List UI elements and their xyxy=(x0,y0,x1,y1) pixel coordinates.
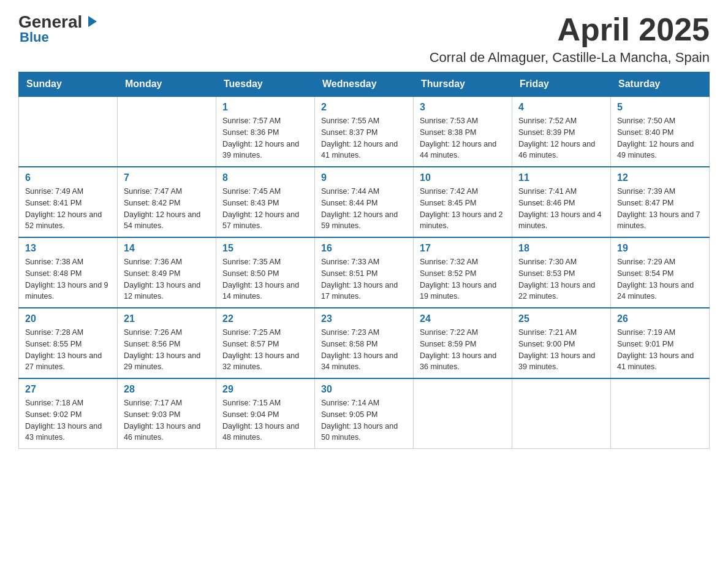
calendar-cell: 14Sunrise: 7:36 AMSunset: 8:49 PMDayligh… xyxy=(118,237,216,308)
cell-sun-info: Sunrise: 7:41 AMSunset: 8:46 PMDaylight:… xyxy=(518,186,604,232)
calendar-cell: 12Sunrise: 7:39 AMSunset: 8:47 PMDayligh… xyxy=(611,167,710,237)
cell-sun-info: Sunrise: 7:53 AMSunset: 8:38 PMDaylight:… xyxy=(420,115,506,161)
day-number: 2 xyxy=(321,102,407,113)
day-number: 19 xyxy=(617,243,703,254)
cell-sun-info: Sunrise: 7:30 AMSunset: 8:53 PMDaylight:… xyxy=(518,256,604,302)
cell-sun-info: Sunrise: 7:49 AMSunset: 8:41 PMDaylight:… xyxy=(25,186,111,232)
cell-sun-info: Sunrise: 7:15 AMSunset: 9:04 PMDaylight:… xyxy=(222,397,308,443)
calendar-cell: 29Sunrise: 7:15 AMSunset: 9:04 PMDayligh… xyxy=(216,378,315,449)
calendar-week-2: 6Sunrise: 7:49 AMSunset: 8:41 PMDaylight… xyxy=(19,167,710,237)
calendar-cell: 22Sunrise: 7:25 AMSunset: 8:57 PMDayligh… xyxy=(216,308,315,378)
cell-sun-info: Sunrise: 7:42 AMSunset: 8:45 PMDaylight:… xyxy=(420,186,506,232)
calendar-cell: 10Sunrise: 7:42 AMSunset: 8:45 PMDayligh… xyxy=(414,167,512,237)
calendar-week-1: 1Sunrise: 7:57 AMSunset: 8:36 PMDaylight… xyxy=(19,96,710,167)
day-number: 28 xyxy=(124,384,210,395)
calendar-cell: 6Sunrise: 7:49 AMSunset: 8:41 PMDaylight… xyxy=(19,167,118,237)
day-number: 10 xyxy=(420,172,506,183)
calendar-week-4: 20Sunrise: 7:28 AMSunset: 8:55 PMDayligh… xyxy=(19,308,710,378)
calendar-table: SundayMondayTuesdayWednesdayThursdayFrid… xyxy=(18,72,710,449)
day-number: 21 xyxy=(124,313,210,324)
weekday-header-sunday: Sunday xyxy=(19,72,118,97)
day-number: 6 xyxy=(25,172,111,183)
day-number: 11 xyxy=(518,172,604,183)
calendar-cell: 5Sunrise: 7:50 AMSunset: 8:40 PMDaylight… xyxy=(611,96,710,167)
calendar-cell: 9Sunrise: 7:44 AMSunset: 8:44 PMDaylight… xyxy=(315,167,414,237)
calendar-cell: 16Sunrise: 7:33 AMSunset: 8:51 PMDayligh… xyxy=(315,237,414,308)
cell-sun-info: Sunrise: 7:25 AMSunset: 8:57 PMDaylight:… xyxy=(222,327,308,373)
cell-sun-info: Sunrise: 7:45 AMSunset: 8:43 PMDaylight:… xyxy=(222,186,308,232)
logo-blue-text: Blue xyxy=(18,29,49,45)
day-number: 30 xyxy=(321,384,407,395)
cell-sun-info: Sunrise: 7:36 AMSunset: 8:49 PMDaylight:… xyxy=(124,256,210,302)
calendar-cell: 17Sunrise: 7:32 AMSunset: 8:52 PMDayligh… xyxy=(414,237,512,308)
day-number: 4 xyxy=(518,102,604,113)
cell-sun-info: Sunrise: 7:17 AMSunset: 9:03 PMDaylight:… xyxy=(124,397,210,443)
day-number: 13 xyxy=(25,243,111,254)
calendar-title: April 2025 xyxy=(430,12,710,47)
calendar-cell: 18Sunrise: 7:30 AMSunset: 8:53 PMDayligh… xyxy=(512,237,611,308)
day-number: 18 xyxy=(518,243,604,254)
calendar-header: SundayMondayTuesdayWednesdayThursdayFrid… xyxy=(19,72,710,97)
calendar-cell: 3Sunrise: 7:53 AMSunset: 8:38 PMDaylight… xyxy=(414,96,512,167)
calendar-cell: 2Sunrise: 7:55 AMSunset: 8:37 PMDaylight… xyxy=(315,96,414,167)
day-number: 12 xyxy=(617,172,703,183)
weekday-header-wednesday: Wednesday xyxy=(315,72,414,97)
calendar-cell: 24Sunrise: 7:22 AMSunset: 8:59 PMDayligh… xyxy=(414,308,512,378)
weekday-header-thursday: Thursday xyxy=(414,72,512,97)
day-number: 14 xyxy=(124,243,210,254)
calendar-cell: 25Sunrise: 7:21 AMSunset: 9:00 PMDayligh… xyxy=(512,308,611,378)
calendar-cell: 23Sunrise: 7:23 AMSunset: 8:58 PMDayligh… xyxy=(315,308,414,378)
day-number: 15 xyxy=(222,243,308,254)
calendar-cell: 30Sunrise: 7:14 AMSunset: 9:05 PMDayligh… xyxy=(315,378,414,449)
calendar-cell: 20Sunrise: 7:28 AMSunset: 8:55 PMDayligh… xyxy=(19,308,118,378)
day-number: 24 xyxy=(420,313,506,324)
calendar-cell: 1Sunrise: 7:57 AMSunset: 8:36 PMDaylight… xyxy=(216,96,315,167)
weekday-header-friday: Friday xyxy=(512,72,611,97)
calendar-cell: 13Sunrise: 7:38 AMSunset: 8:48 PMDayligh… xyxy=(19,237,118,308)
cell-sun-info: Sunrise: 7:39 AMSunset: 8:47 PMDaylight:… xyxy=(617,186,703,232)
weekday-header-monday: Monday xyxy=(118,72,216,97)
cell-sun-info: Sunrise: 7:57 AMSunset: 8:36 PMDaylight:… xyxy=(222,115,308,161)
calendar-cell: 28Sunrise: 7:17 AMSunset: 9:03 PMDayligh… xyxy=(118,378,216,449)
calendar-cell: 19Sunrise: 7:29 AMSunset: 8:54 PMDayligh… xyxy=(611,237,710,308)
cell-sun-info: Sunrise: 7:29 AMSunset: 8:54 PMDaylight:… xyxy=(617,256,703,302)
logo: General Blue xyxy=(18,12,98,45)
page-header: General Blue April 2025 Corral de Almagu… xyxy=(18,12,710,66)
calendar-cell: 11Sunrise: 7:41 AMSunset: 8:46 PMDayligh… xyxy=(512,167,611,237)
cell-sun-info: Sunrise: 7:22 AMSunset: 8:59 PMDaylight:… xyxy=(420,327,506,373)
calendar-cell xyxy=(414,378,512,449)
day-number: 1 xyxy=(222,102,308,113)
day-number: 5 xyxy=(617,102,703,113)
day-number: 26 xyxy=(617,313,703,324)
day-number: 3 xyxy=(420,102,506,113)
calendar-cell xyxy=(118,96,216,167)
cell-sun-info: Sunrise: 7:52 AMSunset: 8:39 PMDaylight:… xyxy=(518,115,604,161)
day-number: 23 xyxy=(321,313,407,324)
calendar-cell: 26Sunrise: 7:19 AMSunset: 9:01 PMDayligh… xyxy=(611,308,710,378)
cell-sun-info: Sunrise: 7:35 AMSunset: 8:50 PMDaylight:… xyxy=(222,256,308,302)
calendar-body: 1Sunrise: 7:57 AMSunset: 8:36 PMDaylight… xyxy=(19,96,710,449)
svg-marker-0 xyxy=(88,16,97,27)
calendar-cell xyxy=(19,96,118,167)
calendar-week-3: 13Sunrise: 7:38 AMSunset: 8:48 PMDayligh… xyxy=(19,237,710,308)
day-number: 17 xyxy=(420,243,506,254)
day-number: 29 xyxy=(222,384,308,395)
cell-sun-info: Sunrise: 7:19 AMSunset: 9:01 PMDaylight:… xyxy=(617,327,703,373)
day-number: 16 xyxy=(321,243,407,254)
weekday-header-tuesday: Tuesday xyxy=(216,72,315,97)
weekday-header-saturday: Saturday xyxy=(611,72,710,97)
day-number: 22 xyxy=(222,313,308,324)
cell-sun-info: Sunrise: 7:28 AMSunset: 8:55 PMDaylight:… xyxy=(25,327,111,373)
title-block: April 2025 Corral de Almaguer, Castille-… xyxy=(430,12,710,66)
calendar-cell: 27Sunrise: 7:18 AMSunset: 9:02 PMDayligh… xyxy=(19,378,118,449)
calendar-cell: 7Sunrise: 7:47 AMSunset: 8:42 PMDaylight… xyxy=(118,167,216,237)
day-number: 27 xyxy=(25,384,111,395)
calendar-cell: 8Sunrise: 7:45 AMSunset: 8:43 PMDaylight… xyxy=(216,167,315,237)
header-row: SundayMondayTuesdayWednesdayThursdayFrid… xyxy=(19,72,710,97)
logo-triangle-icon xyxy=(86,15,98,28)
cell-sun-info: Sunrise: 7:55 AMSunset: 8:37 PMDaylight:… xyxy=(321,115,407,161)
calendar-cell: 4Sunrise: 7:52 AMSunset: 8:39 PMDaylight… xyxy=(512,96,611,167)
day-number: 8 xyxy=(222,172,308,183)
cell-sun-info: Sunrise: 7:26 AMSunset: 8:56 PMDaylight:… xyxy=(124,327,210,373)
calendar-cell: 21Sunrise: 7:26 AMSunset: 8:56 PMDayligh… xyxy=(118,308,216,378)
